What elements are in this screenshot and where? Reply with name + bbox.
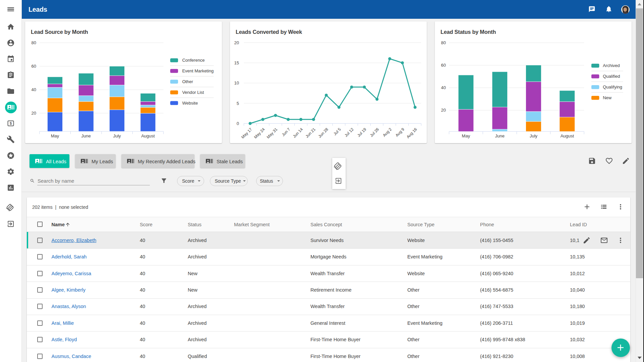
svg-text:40: 40 (441, 85, 446, 90)
svg-text:August: August (141, 133, 155, 138)
svg-text:May 31: May 31 (266, 127, 279, 139)
svg-text:60: 60 (32, 64, 36, 69)
svg-text:Aug 9: Aug 9 (395, 127, 405, 137)
svg-text:Aug 16: Aug 16 (406, 127, 418, 139)
svg-text:5: 5 (237, 101, 239, 106)
svg-text:40: 40 (32, 87, 36, 92)
svg-text:10: 10 (234, 80, 239, 85)
svg-text:July: July (113, 133, 121, 138)
svg-text:Event Marketing: Event Marketing (182, 68, 214, 73)
svg-text:July: July (530, 133, 538, 138)
svg-text:Jun 7: Jun 7 (281, 127, 291, 137)
svg-text:Jun 21: Jun 21 (305, 127, 317, 139)
svg-text:Qualified: Qualified (603, 74, 620, 79)
svg-text:Qualifying: Qualifying (603, 84, 622, 89)
svg-text:Aug 2: Aug 2 (382, 127, 393, 137)
svg-text:May: May (51, 133, 59, 138)
svg-text:Jun 14: Jun 14 (292, 127, 304, 139)
svg-text:May: May (462, 133, 470, 138)
svg-text:Jul 26: Jul 26 (369, 127, 380, 138)
svg-text:20: 20 (441, 108, 446, 113)
svg-text:Jul 19: Jul 19 (356, 127, 367, 138)
svg-text:Vendor List: Vendor List (182, 90, 204, 95)
svg-text:20: 20 (32, 111, 36, 116)
svg-text:20: 20 (234, 40, 239, 45)
svg-text:June: June (495, 133, 505, 138)
svg-text:May 17: May 17 (240, 127, 253, 139)
svg-text:Jun 28: Jun 28 (317, 127, 329, 139)
svg-text:80: 80 (441, 40, 446, 45)
svg-text:Jul 5: Jul 5 (333, 127, 342, 136)
svg-text:Website: Website (182, 101, 198, 106)
svg-text:Archived: Archived (603, 63, 620, 68)
svg-text:Conference: Conference (182, 58, 204, 63)
svg-text:Other: Other (182, 79, 193, 84)
svg-text:Jul 12: Jul 12 (344, 127, 355, 138)
svg-text:0: 0 (237, 121, 239, 126)
svg-text:New: New (603, 95, 612, 100)
svg-text:August: August (561, 133, 574, 138)
svg-text:15: 15 (234, 60, 239, 65)
svg-text:$: $ (10, 121, 12, 125)
svg-text:June: June (81, 133, 91, 138)
svg-text:May 24: May 24 (253, 127, 266, 139)
svg-text:60: 60 (441, 63, 446, 68)
svg-text:80: 80 (32, 40, 36, 45)
